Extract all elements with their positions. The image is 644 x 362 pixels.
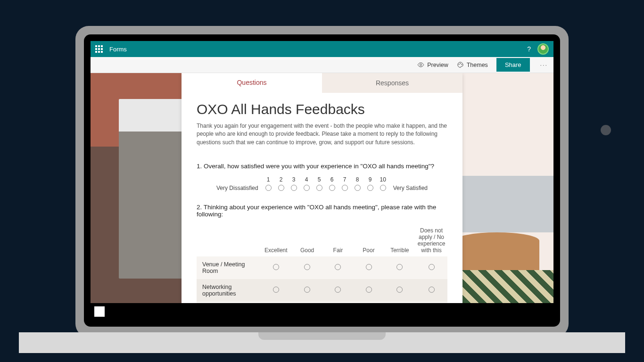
rating-number: 6	[326, 176, 339, 183]
matrix-radio[interactable]	[304, 287, 310, 293]
rating-radio-7[interactable]	[342, 185, 348, 191]
matrix-col-header: Does not apply / No experience with this	[415, 224, 447, 256]
rating-number: 2	[275, 176, 288, 183]
laptop-camera-dot	[601, 125, 611, 135]
app-header: Forms ?	[91, 41, 553, 57]
matrix-radio[interactable]	[366, 264, 372, 270]
app-name: Forms	[109, 46, 127, 53]
matrix-col-header: Poor	[353, 224, 384, 256]
rating-radio-10[interactable]	[380, 185, 386, 191]
avatar[interactable]	[537, 43, 549, 55]
rating-high-label: Very Satisfied	[393, 185, 428, 192]
matrix-radio[interactable]	[273, 287, 279, 293]
rating-radio-4[interactable]	[304, 185, 310, 191]
rating-number: 1	[262, 176, 275, 183]
more-icon[interactable]: ···	[538, 62, 550, 68]
form-title[interactable]: OXO All Hands Feedbacks	[197, 101, 447, 117]
matrix-row-label: Networking opportunities	[197, 279, 260, 302]
form-card: Questions Responses OXO All Hands Feedba…	[182, 73, 462, 303]
command-bar: Preview Themes Share ···	[91, 57, 553, 73]
rating-radio-2[interactable]	[278, 185, 284, 191]
matrix-radio[interactable]	[304, 264, 310, 270]
question-1-text: 1. Overall, how satisfied were you with …	[197, 163, 447, 170]
matrix-radio[interactable]	[396, 264, 403, 270]
form-canvas: Questions Responses OXO All Hands Feedba…	[91, 73, 553, 303]
palette-icon	[457, 61, 464, 68]
svg-point-1	[459, 64, 459, 65]
matrix-col-header: Excellent	[260, 224, 292, 256]
tab-questions[interactable]: Questions	[182, 73, 322, 93]
question-1: 1. Overall, how satisfied were you with …	[197, 163, 447, 192]
rating-number: 4	[300, 176, 313, 183]
svg-point-2	[460, 63, 461, 64]
rating-radio-1[interactable]	[265, 185, 272, 191]
themes-label: Themes	[467, 62, 488, 68]
matrix-radio[interactable]	[335, 264, 341, 270]
matrix-radio[interactable]	[366, 287, 372, 293]
app-launcher-icon[interactable]	[95, 45, 103, 53]
matrix-col-header: Good	[292, 224, 323, 256]
rating-number: 8	[351, 176, 364, 183]
rating-number: 3	[288, 176, 300, 183]
rating-radio-3[interactable]	[291, 185, 297, 191]
rating-radio-9[interactable]	[367, 185, 373, 191]
matrix-radio[interactable]	[273, 264, 279, 270]
tab-responses[interactable]: Responses	[322, 73, 462, 93]
rating-radio-5[interactable]	[316, 185, 322, 191]
themes-button[interactable]: Themes	[457, 61, 488, 68]
screen: Forms ? Preview Themes	[91, 41, 553, 320]
matrix-row: Networking opportunities	[197, 279, 447, 302]
rating-number: 10	[377, 176, 389, 183]
rating-number: 9	[364, 176, 377, 183]
matrix-col-header: Terrible	[384, 224, 415, 256]
share-button[interactable]: Share	[496, 58, 530, 72]
svg-point-3	[461, 64, 462, 65]
matrix-radio[interactable]	[396, 287, 403, 293]
svg-point-0	[420, 64, 422, 66]
laptop-bezel: Forms ? Preview Themes	[84, 34, 560, 327]
matrix-row: Venue / Meeting Room	[197, 256, 447, 279]
form-tabs: Questions Responses	[182, 73, 462, 93]
rating-number: 7	[339, 176, 351, 183]
help-icon[interactable]: ?	[527, 45, 531, 53]
likert-matrix: Excellent Good Fair Poor Terrible Does n…	[197, 224, 447, 303]
rating-low-label: Very Dissatisfied	[216, 185, 258, 192]
eye-icon	[417, 61, 424, 68]
matrix-radio[interactable]	[429, 264, 435, 270]
preview-button[interactable]: Preview	[417, 61, 448, 68]
preview-label: Preview	[427, 62, 448, 68]
windows-taskbar	[91, 303, 553, 320]
laptop-frame: Forms ? Preview Themes	[75, 26, 569, 337]
matrix-col-header: Fair	[322, 224, 353, 256]
rating-number: 5	[313, 176, 326, 183]
laptop-trackpad-notch	[258, 332, 386, 340]
rating-radio-8[interactable]	[355, 185, 361, 191]
question-2-text: 2. Thinking about your experience with "…	[197, 204, 447, 218]
rating-radio-6[interactable]	[329, 185, 335, 191]
matrix-radio[interactable]	[335, 287, 341, 293]
form-description[interactable]: Thank you again for your engagement with…	[197, 122, 447, 147]
windows-start-icon[interactable]	[94, 306, 105, 317]
matrix-row-label: Venue / Meeting Room	[197, 256, 260, 279]
question-2: 2. Thinking about your experience with "…	[197, 204, 447, 303]
matrix-radio[interactable]	[429, 287, 435, 293]
rating-scale: Very Dissatisfied 1 2 3 4 5 6 7 8 9 10	[197, 176, 447, 192]
